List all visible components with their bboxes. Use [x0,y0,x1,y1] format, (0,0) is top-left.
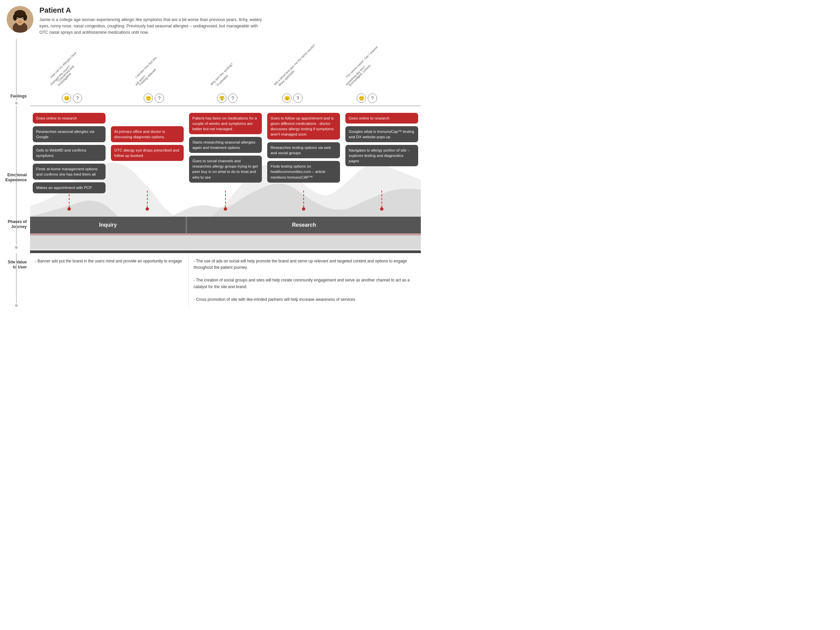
card-4-1: Goes to follow up appointment and is giv… [267,113,340,140]
sitevalue-vline [15,253,18,308]
card-4-2: Researches testing options via web and s… [267,142,340,158]
card-1-2: Researches seasonal allergies via Google [33,126,106,142]
card-1-1: Goes online to research [33,113,106,123]
column-5: Goes online to research Googles what is … [343,113,421,193]
column-3: Patient has been on medications for a co… [186,113,265,193]
col4-connector [302,191,305,211]
feeling-icons-2: 🙂 ? [144,93,164,103]
card-2-2: OTC allergy eye drops prescribed and fol… [111,145,184,161]
patient-title: Patient A [39,6,267,15]
patient-description: Jamie is a college age woman experiencin… [39,17,267,35]
col2-connector [145,191,149,211]
site-value-left-text: - Banner ads put the brand in the users … [35,259,182,263]
question-icon-1: ? [73,93,82,103]
feeling-icons-1: 😐 ? [62,93,82,103]
site-value-right-p3: - Cross promotion of site with like-mind… [194,296,416,303]
col3-connector [224,191,227,211]
emotion-frustrated-1: 😤 [217,93,226,103]
card-3-1: Patient has been on medications for a co… [189,113,262,134]
site-value-section: Site Valueto User - Banner ads put the b… [30,253,421,308]
question-icon-2: ? [155,93,164,103]
svg-point-10 [17,18,18,19]
phase-bar: Inquiry Research [30,217,421,233]
svg-point-12 [19,20,21,21]
card-4-3: Finds testing options on healthcommuniti… [267,161,340,182]
emotion-happy-1: 🙂 [144,93,153,103]
card-3-2: Starts researching seasonal allergies ag… [189,137,262,153]
question-icon-3: ? [228,93,237,103]
site-value-right: - The use of ads on social will help pro… [189,253,421,308]
emotion-happy-2: 🙂 [357,93,366,103]
card-5-3: Navigates to allergy portion of site – e… [345,145,418,166]
emotion-neutral-2: 😐 [282,93,292,103]
card-3-3: Goes to social channels and researches a… [189,156,262,182]
feeling-icons-4: 😐 ? [282,93,303,103]
phase-research: Research [187,217,421,233]
question-icon-5: ? [368,93,377,103]
emotion-neutral-1: 😐 [62,93,71,103]
col1-connector [68,191,71,211]
phase-inquiry: Inquiry [30,217,186,233]
question-icon-4: ? [293,93,303,103]
feeling-icons-5: 🙂 ? [357,93,377,103]
site-value-left: - Banner ads put the brand in the users … [30,253,189,308]
column-4: Goes to follow up appointment and is giv… [265,113,343,193]
feeling-question-1: How can my allergies have changed this m… [52,76,88,86]
emotional-experience-area: EmotionalExperience Goes online to resea… [30,106,421,250]
svg-point-11 [22,18,23,19]
feeling-question-5: This seems easier. Can I request somethi… [347,76,392,86]
column-1: Goes online to research Researches seaso… [30,113,108,193]
feelings-vline [15,39,18,106]
card-1-4: Finds at-home management options and con… [33,164,106,180]
dark-bar [30,250,421,253]
card-2-1: At primary office and doctor is discussi… [111,126,184,142]
site-value-right-p2: - The creation of social groups and site… [194,277,416,290]
page-header: Patient A Jamie is a college age woman e… [0,0,421,39]
feeling-question-2: I wonder how fast this will work? [137,76,166,86]
col5-connector [380,191,384,211]
column-2: At primary office and doctor is discussi… [108,113,186,193]
card-5-2: Googles what is ImmunoCap™ testing and D… [345,126,418,142]
cards-columns: Goes online to research Researches seaso… [30,106,421,213]
phases-vline [15,226,18,250]
card-1-3: Gets to WebMD and confirms symptoms [33,145,106,161]
card-5-1: Goes online to research [345,113,418,123]
header-text-block: Patient A Jamie is a college age woman e… [39,6,267,35]
site-value-right-p1: - The use of ads on social will help pro… [194,258,416,271]
feeling-question-4: Will a blood test give me the same resul… [276,83,333,86]
svg-point-7 [15,11,25,16]
journey-map: Feelings Concerned and Investigative 😐 ?… [0,39,421,308]
feeling-icons-3: 😤 ? [217,93,237,103]
feeling-question-3: Why isn't this working? [212,83,243,86]
avatar [7,6,33,33]
